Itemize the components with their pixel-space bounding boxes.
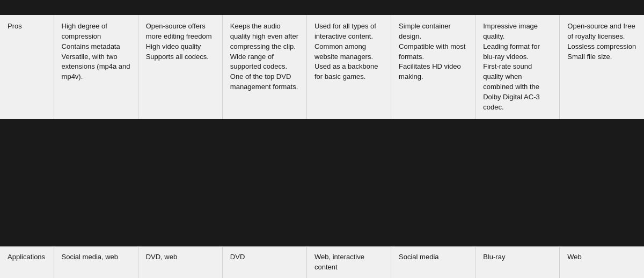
apps-text-1: DVD, web (146, 253, 178, 261)
apps-table: Applications Social media, web DVD, web … (0, 246, 644, 278)
pros-text-4: Simple container design.Compatible with … (399, 22, 465, 81)
pros-text-0: High degree of compressionContains meta­… (62, 22, 130, 81)
top-black-bar (0, 0, 644, 15)
apps-text-0: Social media, web (62, 253, 119, 261)
apps-label: Applications (0, 247, 54, 278)
pros-section: Pros High degree of compressionContains … (0, 15, 644, 119)
apps-section: Applications Social media, web DVD, web … (0, 246, 644, 278)
apps-text-3: Web, interactive content (314, 253, 364, 271)
apps-col-3: Web, interactive content (306, 247, 391, 278)
pros-col-0: High degree of compressionContains meta­… (54, 15, 138, 119)
pros-table: Pros High degree of compressionContains … (0, 15, 644, 119)
apps-col-2: DVD (222, 247, 306, 278)
apps-text-6: Web (567, 253, 582, 261)
pros-col-3: Used for all types of interactive conten… (306, 15, 391, 119)
pros-row: Pros High degree of compressionContains … (0, 15, 644, 119)
apps-col-5: Blu-ray (475, 247, 560, 278)
apps-text-2: DVD (230, 253, 245, 261)
pros-text-5: Impressive image quality.Leading format … (483, 22, 540, 111)
pros-col-4: Simple container design.Compatible with … (391, 15, 475, 119)
pros-col-2: Keeps the audio quality high even after … (222, 15, 306, 119)
pros-label: Pros (0, 15, 54, 119)
pros-text-1: Open-source offers more edit­ing freedom… (146, 22, 212, 61)
apps-text-5: Blu-ray (483, 253, 505, 261)
apps-row: Applications Social media, web DVD, web … (0, 247, 644, 278)
pros-text-6: Open-source and free of royalty licenses… (567, 22, 636, 61)
middle-black-bar (0, 119, 644, 247)
pros-text-3: Used for all types of interactive conten… (314, 22, 378, 81)
pros-text-2: Keeps the audio quality high even after … (230, 22, 298, 91)
pros-col-5: Impressive image quality.Leading format … (475, 15, 560, 119)
page-wrapper: Pros High degree of compressionContains … (0, 0, 644, 278)
apps-text-4: Social media (399, 253, 438, 261)
apps-col-6: Web (560, 247, 644, 278)
apps-col-0: Social media, web (54, 247, 138, 278)
apps-col-1: DVD, web (138, 247, 222, 278)
pros-col-6: Open-source and free of royalty licenses… (560, 15, 644, 119)
pros-col-1: Open-source offers more edit­ing freedom… (138, 15, 222, 119)
apps-col-4: Social media (391, 247, 475, 278)
